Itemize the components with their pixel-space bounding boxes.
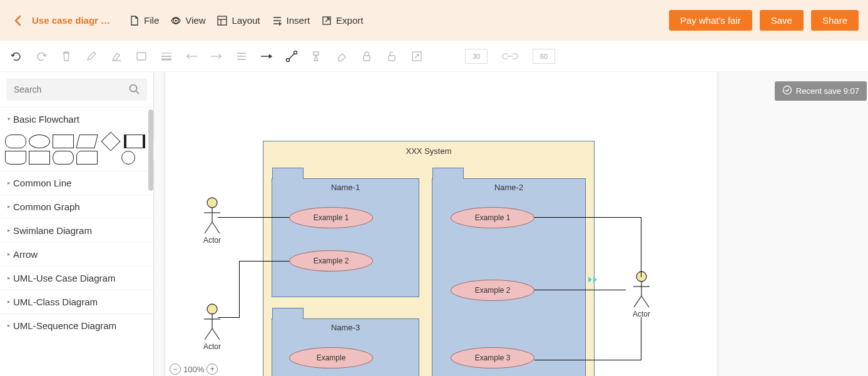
svg-point-34 xyxy=(207,304,217,314)
menu-export-label: Export xyxy=(336,15,363,26)
edit-button[interactable] xyxy=(84,49,98,63)
svg-line-23 xyxy=(289,54,294,59)
shape-trapezoid[interactable] xyxy=(100,151,119,165)
expand-button[interactable] xyxy=(410,49,424,63)
svg-line-33 xyxy=(212,222,220,233)
shape-card[interactable] xyxy=(76,151,98,165)
align-button[interactable] xyxy=(235,49,248,63)
panel-uml-usecase[interactable]: ▸UML-Use Case Diagram xyxy=(0,266,153,290)
shape-circle[interactable] xyxy=(121,151,135,165)
file-icon xyxy=(129,15,140,26)
highlight-button[interactable] xyxy=(110,49,123,63)
connector-3b[interactable] xyxy=(641,217,641,277)
pay-button[interactable]: Pay what's fair xyxy=(669,10,752,31)
link-icon[interactable] xyxy=(499,49,521,63)
connector-button[interactable] xyxy=(285,49,299,63)
undo-button[interactable] xyxy=(9,49,23,63)
format-painter-button[interactable] xyxy=(310,49,324,63)
shape-oval[interactable] xyxy=(29,135,50,148)
menu-file[interactable]: File xyxy=(129,15,159,26)
sidebar-scrollbar[interactable] xyxy=(148,109,153,191)
svg-rect-11 xyxy=(137,53,146,60)
connector-2b[interactable] xyxy=(239,261,240,318)
rect-shape-button[interactable] xyxy=(135,49,148,63)
usecase-3[interactable]: Example 1 xyxy=(451,207,534,228)
usecase-4[interactable]: Example 2 xyxy=(451,280,534,301)
shape-palette-basic xyxy=(0,131,153,171)
connector-3a[interactable] xyxy=(534,217,641,218)
panel-uml-sequence[interactable]: ▸UML-Sequence Diagram xyxy=(0,313,153,337)
menu-insert[interactable]: Insert xyxy=(272,15,310,26)
panel-basic-flowchart[interactable]: ▾Basic Flowchart xyxy=(0,107,153,131)
svg-line-43 xyxy=(641,296,649,307)
actor-3[interactable]: Actor xyxy=(626,271,657,318)
menu-view[interactable]: View xyxy=(170,15,205,26)
menu-export[interactable]: Export xyxy=(321,15,363,26)
arrow-solid-button[interactable] xyxy=(260,49,273,63)
svg-rect-2 xyxy=(218,16,227,25)
lock-button[interactable] xyxy=(360,49,374,63)
save-button[interactable]: Save xyxy=(760,10,804,31)
shape-document[interactable] xyxy=(5,151,26,165)
search-input[interactable] xyxy=(6,78,147,101)
usecase-1[interactable]: Example 1 xyxy=(289,207,373,228)
size-input-1[interactable] xyxy=(465,49,488,64)
shape-predefined[interactable] xyxy=(124,135,145,148)
connector-5a[interactable] xyxy=(641,317,641,360)
sidebar: ▾Basic Flowchart ▸Common Line ▸Common Gr… xyxy=(0,72,154,376)
panel-common-graph[interactable]: ▸Common Graph xyxy=(0,195,153,218)
svg-point-1 xyxy=(175,19,177,21)
main-menu: File View Layout Insert Export xyxy=(129,15,363,26)
usecase-5[interactable]: Example xyxy=(289,347,373,368)
panel-uml-class[interactable]: ▸UML-Class Diagram xyxy=(0,290,153,313)
panel-arrow[interactable]: ▸Arrow xyxy=(0,242,153,266)
usecase-2[interactable]: Example 2 xyxy=(289,250,373,272)
connector-2a[interactable] xyxy=(218,317,239,318)
actor-1[interactable]: Actor xyxy=(197,197,228,245)
package-1-tab xyxy=(272,168,304,179)
share-button[interactable]: Share xyxy=(811,10,859,31)
zoom-in-button[interactable]: + xyxy=(207,363,218,375)
back-button[interactable] xyxy=(9,12,27,29)
svg-line-42 xyxy=(634,296,641,307)
package-2-tab xyxy=(432,168,464,179)
line-style-button[interactable] xyxy=(160,49,173,63)
size-input-2[interactable] xyxy=(533,49,555,64)
shape-rect2[interactable] xyxy=(29,151,50,165)
shape-database[interactable] xyxy=(53,151,74,165)
svg-line-32 xyxy=(205,222,212,233)
connector-4[interactable] xyxy=(534,290,626,290)
shape-parallelogram[interactable] xyxy=(76,135,98,148)
document-title[interactable]: Use case diagr … xyxy=(32,15,110,26)
connector-1[interactable] xyxy=(218,217,289,218)
unlock-button[interactable] xyxy=(385,49,399,63)
shape-rounded-rect[interactable] xyxy=(5,135,26,148)
menu-layout[interactable]: Layout xyxy=(217,15,260,26)
panel-common-line[interactable]: ▸Common Line xyxy=(0,171,153,195)
redo-button[interactable] xyxy=(34,49,48,63)
package-1-title: Name-1 xyxy=(272,183,419,192)
export-icon xyxy=(321,15,332,26)
eraser-button[interactable] xyxy=(335,49,349,63)
delete-button[interactable] xyxy=(59,49,73,63)
arrow-left-button[interactable] xyxy=(185,49,198,63)
actor-1-label: Actor xyxy=(203,236,221,245)
panel-swimlane[interactable]: ▸Swimlane Diagram xyxy=(0,218,153,242)
canvas[interactable]: XXX System Name-1 Name-2 Name-3 Example … xyxy=(154,72,868,376)
shape-diamond[interactable] xyxy=(101,131,120,151)
expand-hint-icon[interactable] xyxy=(587,275,598,286)
svg-line-28 xyxy=(136,91,139,94)
menu-insert-label: Insert xyxy=(287,15,310,26)
menu-file-label: File xyxy=(144,15,159,26)
shape-rect[interactable] xyxy=(53,135,74,148)
usecase-6[interactable]: Example 3 xyxy=(451,347,534,368)
zoom-out-button[interactable]: − xyxy=(170,363,181,375)
diagram-paper[interactable]: XXX System Name-1 Name-2 Name-3 Example … xyxy=(165,72,717,376)
menu-view-label: View xyxy=(185,15,205,26)
actor-2[interactable]: Actor xyxy=(197,303,228,351)
zoom-controls: − 100% + xyxy=(170,363,218,375)
arrow-right-button[interactable] xyxy=(210,49,223,63)
connector-2c[interactable] xyxy=(239,261,289,262)
package-1[interactable]: Name-1 xyxy=(272,178,419,297)
connector-5b[interactable] xyxy=(534,360,641,360)
